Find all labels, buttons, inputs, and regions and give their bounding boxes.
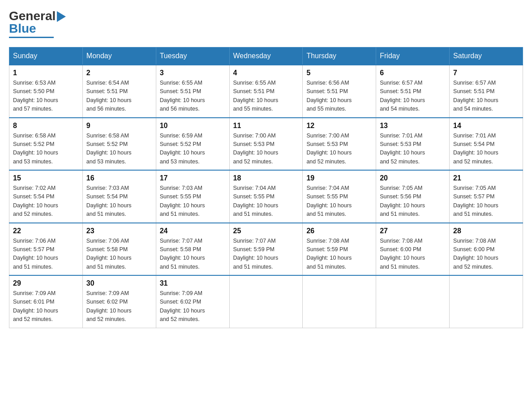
- calendar-cell: 14 Sunrise: 7:01 AMSunset: 5:54 PMDaylig…: [450, 118, 523, 171]
- header-thursday: Thursday: [303, 47, 376, 65]
- calendar-cell: 1 Sunrise: 6:53 AMSunset: 5:50 PMDayligh…: [9, 65, 83, 118]
- day-number: 28: [453, 227, 519, 235]
- header-monday: Monday: [82, 47, 156, 65]
- calendar-cell: 16 Sunrise: 7:03 AMSunset: 5:54 PMDaylig…: [82, 170, 156, 223]
- day-number: 15: [13, 174, 79, 182]
- day-number: 5: [306, 69, 372, 77]
- day-info: Sunrise: 7:03 AMSunset: 5:55 PMDaylight:…: [160, 184, 226, 219]
- day-number: 7: [453, 69, 519, 77]
- day-number: 12: [306, 122, 372, 130]
- day-info: Sunrise: 7:01 AMSunset: 5:53 PMDaylight:…: [380, 132, 446, 167]
- calendar-cell: 13 Sunrise: 7:01 AMSunset: 5:53 PMDaylig…: [376, 118, 450, 171]
- calendar-cell: 11 Sunrise: 7:00 AMSunset: 5:53 PMDaylig…: [229, 118, 303, 171]
- calendar-cell: 3 Sunrise: 6:55 AMSunset: 5:51 PMDayligh…: [156, 65, 229, 118]
- header-saturday: Saturday: [450, 47, 523, 65]
- day-number: 9: [86, 122, 152, 130]
- calendar-cell: [229, 275, 303, 328]
- day-info: Sunrise: 7:09 AMSunset: 6:02 PMDaylight:…: [86, 289, 152, 324]
- day-number: 20: [380, 174, 446, 182]
- day-info: Sunrise: 7:06 AMSunset: 5:58 PMDaylight:…: [86, 237, 152, 272]
- calendar-cell: 23 Sunrise: 7:06 AMSunset: 5:58 PMDaylig…: [82, 223, 156, 276]
- day-info: Sunrise: 6:58 AMSunset: 5:52 PMDaylight:…: [86, 132, 152, 167]
- day-info: Sunrise: 7:05 AMSunset: 5:57 PMDaylight:…: [453, 184, 519, 219]
- day-info: Sunrise: 6:59 AMSunset: 5:52 PMDaylight:…: [160, 132, 226, 167]
- svg-marker-0: [57, 11, 66, 22]
- day-info: Sunrise: 6:54 AMSunset: 5:51 PMDaylight:…: [86, 79, 152, 114]
- day-info: Sunrise: 7:08 AMSunset: 5:59 PMDaylight:…: [306, 237, 372, 272]
- day-info: Sunrise: 7:03 AMSunset: 5:54 PMDaylight:…: [86, 184, 152, 219]
- day-info: Sunrise: 7:04 AMSunset: 5:55 PMDaylight:…: [233, 184, 299, 219]
- day-info: Sunrise: 7:09 AMSunset: 6:01 PMDaylight:…: [13, 289, 79, 324]
- calendar-cell: 12 Sunrise: 7:00 AMSunset: 5:53 PMDaylig…: [303, 118, 376, 171]
- day-info: Sunrise: 7:04 AMSunset: 5:55 PMDaylight:…: [306, 184, 372, 219]
- day-number: 29: [13, 279, 79, 287]
- page-header: General Blue: [9, 9, 523, 38]
- calendar-cell: 24 Sunrise: 7:07 AMSunset: 5:58 PMDaylig…: [156, 223, 229, 276]
- day-number: 25: [233, 227, 299, 235]
- calendar-cell: 29 Sunrise: 7:09 AMSunset: 6:01 PMDaylig…: [9, 275, 83, 328]
- logo-underline: [9, 37, 54, 38]
- logo: General Blue: [9, 9, 66, 38]
- calendar-cell: 15 Sunrise: 7:02 AMSunset: 5:54 PMDaylig…: [9, 170, 83, 223]
- calendar-cell: 17 Sunrise: 7:03 AMSunset: 5:55 PMDaylig…: [156, 170, 229, 223]
- day-info: Sunrise: 7:06 AMSunset: 5:57 PMDaylight:…: [13, 237, 79, 272]
- day-number: 31: [160, 279, 226, 287]
- week-row-4: 22 Sunrise: 7:06 AMSunset: 5:57 PMDaylig…: [9, 223, 523, 276]
- calendar-cell: 4 Sunrise: 6:55 AMSunset: 5:51 PMDayligh…: [229, 65, 303, 118]
- header-wednesday: Wednesday: [229, 47, 303, 65]
- day-number: 23: [86, 227, 152, 235]
- header-sunday: Sunday: [9, 47, 83, 65]
- day-info: Sunrise: 7:07 AMSunset: 5:58 PMDaylight:…: [160, 237, 226, 272]
- calendar-cell: 30 Sunrise: 7:09 AMSunset: 6:02 PMDaylig…: [82, 275, 156, 328]
- calendar-cell: 19 Sunrise: 7:04 AMSunset: 5:55 PMDaylig…: [303, 170, 376, 223]
- day-info: Sunrise: 6:55 AMSunset: 5:51 PMDaylight:…: [233, 79, 299, 114]
- calendar-cell: [450, 275, 523, 328]
- calendar-cell: 5 Sunrise: 6:56 AMSunset: 5:51 PMDayligh…: [303, 65, 376, 118]
- day-number: 19: [306, 174, 372, 182]
- day-info: Sunrise: 7:01 AMSunset: 5:54 PMDaylight:…: [453, 132, 519, 167]
- day-number: 30: [86, 279, 152, 287]
- day-number: 3: [160, 69, 226, 77]
- calendar-cell: 22 Sunrise: 7:06 AMSunset: 5:57 PMDaylig…: [9, 223, 83, 276]
- calendar-cell: 20 Sunrise: 7:05 AMSunset: 5:56 PMDaylig…: [376, 170, 450, 223]
- day-number: 11: [233, 122, 299, 130]
- calendar-header-row: SundayMondayTuesdayWednesdayThursdayFrid…: [9, 47, 523, 65]
- day-number: 24: [160, 227, 226, 235]
- day-number: 1: [13, 69, 79, 77]
- day-number: 10: [160, 122, 226, 130]
- header-friday: Friday: [376, 47, 450, 65]
- day-info: Sunrise: 7:02 AMSunset: 5:54 PMDaylight:…: [13, 184, 79, 219]
- day-info: Sunrise: 6:55 AMSunset: 5:51 PMDaylight:…: [160, 79, 226, 114]
- day-info: Sunrise: 7:00 AMSunset: 5:53 PMDaylight:…: [306, 132, 372, 167]
- calendar-cell: 8 Sunrise: 6:58 AMSunset: 5:52 PMDayligh…: [9, 118, 83, 171]
- day-number: 2: [86, 69, 152, 77]
- day-info: Sunrise: 7:09 AMSunset: 6:02 PMDaylight:…: [160, 289, 226, 324]
- day-info: Sunrise: 6:57 AMSunset: 5:51 PMDaylight:…: [380, 79, 446, 114]
- calendar-cell: 9 Sunrise: 6:58 AMSunset: 5:52 PMDayligh…: [82, 118, 156, 171]
- calendar-cell: 10 Sunrise: 6:59 AMSunset: 5:52 PMDaylig…: [156, 118, 229, 171]
- calendar-cell: [303, 275, 376, 328]
- calendar-cell: 28 Sunrise: 7:08 AMSunset: 6:00 PMDaylig…: [450, 223, 523, 276]
- calendar-cell: 2 Sunrise: 6:54 AMSunset: 5:51 PMDayligh…: [82, 65, 156, 118]
- week-row-3: 15 Sunrise: 7:02 AMSunset: 5:54 PMDaylig…: [9, 170, 523, 223]
- day-info: Sunrise: 6:57 AMSunset: 5:51 PMDaylight:…: [453, 79, 519, 114]
- week-row-2: 8 Sunrise: 6:58 AMSunset: 5:52 PMDayligh…: [9, 118, 523, 171]
- day-info: Sunrise: 6:58 AMSunset: 5:52 PMDaylight:…: [13, 132, 79, 167]
- calendar-cell: 31 Sunrise: 7:09 AMSunset: 6:02 PMDaylig…: [156, 275, 229, 328]
- day-number: 14: [453, 122, 519, 130]
- day-number: 27: [380, 227, 446, 235]
- logo-blue-text: Blue: [9, 21, 36, 36]
- day-info: Sunrise: 7:05 AMSunset: 5:56 PMDaylight:…: [380, 184, 446, 219]
- calendar-cell: 26 Sunrise: 7:08 AMSunset: 5:59 PMDaylig…: [303, 223, 376, 276]
- day-info: Sunrise: 7:00 AMSunset: 5:53 PMDaylight:…: [233, 132, 299, 167]
- day-number: 17: [160, 174, 226, 182]
- week-row-1: 1 Sunrise: 6:53 AMSunset: 5:50 PMDayligh…: [9, 65, 523, 118]
- day-info: Sunrise: 6:56 AMSunset: 5:51 PMDaylight:…: [306, 79, 372, 114]
- day-number: 8: [13, 122, 79, 130]
- day-number: 26: [306, 227, 372, 235]
- day-number: 6: [380, 69, 446, 77]
- day-number: 13: [380, 122, 446, 130]
- day-info: Sunrise: 6:53 AMSunset: 5:50 PMDaylight:…: [13, 79, 79, 114]
- day-number: 21: [453, 174, 519, 182]
- calendar-cell: 6 Sunrise: 6:57 AMSunset: 5:51 PMDayligh…: [376, 65, 450, 118]
